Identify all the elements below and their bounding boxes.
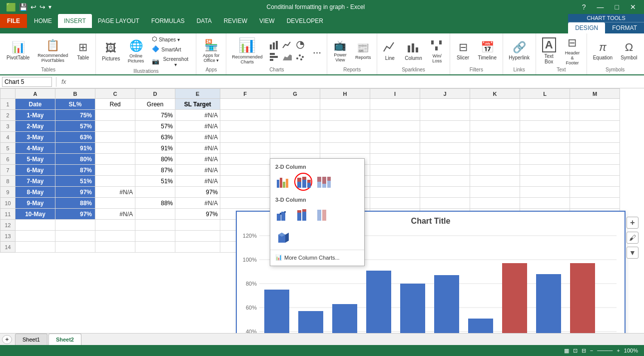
add-sheet-btn[interactable]: +	[2, 335, 12, 344]
col-g[interactable]: G	[270, 89, 320, 99]
cell-g1[interactable]	[270, 99, 320, 110]
cell-a10[interactable]: 9-May	[15, 198, 55, 209]
cell-c3[interactable]	[95, 121, 135, 132]
text-box-button[interactable]: A TextBox	[539, 36, 559, 65]
cell-h3[interactable]	[320, 121, 370, 132]
cell-c1[interactable]: Red	[95, 99, 135, 110]
cell-b14[interactable]	[55, 242, 95, 253]
cell-m10[interactable]	[570, 198, 620, 209]
cell-i3[interactable]	[370, 121, 420, 132]
pictures-button[interactable]: 🖼 Pictures	[99, 41, 123, 62]
column-sparkline-button[interactable]: Column	[402, 39, 425, 62]
file-tab[interactable]: FILE	[0, 14, 27, 28]
header-footer-button[interactable]: ⊟ Header& Footer	[561, 35, 584, 66]
clustered-column-btn[interactable]	[274, 173, 292, 191]
cell-e8[interactable]: #N/A	[175, 176, 220, 187]
3d-column-btn[interactable]	[274, 228, 292, 246]
redo-icon[interactable]: ↪	[39, 3, 45, 11]
cell-m5[interactable]	[570, 143, 620, 154]
cell-d1[interactable]: Green	[135, 99, 175, 110]
cell-e10[interactable]: #N/A	[175, 198, 220, 209]
cell-c7[interactable]	[95, 165, 135, 176]
hyperlink-button[interactable]: 🔗 Hyperlink	[506, 40, 533, 61]
3d-clustered-btn[interactable]	[274, 206, 292, 224]
col-k[interactable]: K	[470, 89, 520, 99]
area-chart-btn[interactable]	[281, 51, 293, 62]
cell-e7[interactable]: #N/A	[175, 165, 220, 176]
cell-m7[interactable]	[570, 165, 620, 176]
cell-b4[interactable]: 63%	[55, 132, 95, 143]
cell-c8[interactable]	[95, 176, 135, 187]
cell-e11[interactable]: 97%	[175, 209, 220, 220]
zoom-out-btn[interactable]: −	[590, 348, 593, 354]
cell-b8[interactable]: 51%	[55, 176, 95, 187]
col-e[interactable]: E	[175, 89, 220, 99]
cell-b5[interactable]: 91%	[55, 143, 95, 154]
power-view-button[interactable]: 📺 PowerView	[330, 38, 350, 63]
line-sparkline-button[interactable]: Line	[380, 39, 400, 62]
scatter-chart-btn[interactable]	[294, 51, 306, 62]
column-chart-btn[interactable]	[268, 39, 280, 50]
cell-d5[interactable]: 91%	[135, 143, 175, 154]
cell-j3[interactable]	[420, 121, 470, 132]
pie-chart-btn[interactable]	[294, 39, 306, 50]
cell-a9[interactable]: 8-May	[15, 187, 55, 198]
tab-data[interactable]: DATA	[190, 14, 217, 28]
cell-b9[interactable]: 97%	[55, 187, 95, 198]
slicer-button[interactable]: ⊟ Slicer	[453, 40, 473, 61]
cell-f1[interactable]	[220, 99, 270, 110]
cell-c6[interactable]	[95, 154, 135, 165]
cell-m2[interactable]	[570, 110, 620, 121]
cell-a13[interactable]	[15, 231, 55, 242]
table-button[interactable]: ⊞ Table	[73, 40, 93, 61]
zoom-slider[interactable]: ────	[597, 348, 613, 354]
cell-c13[interactable]	[95, 231, 135, 242]
cell-a1[interactable]: Date	[15, 99, 55, 110]
cell-k7[interactable]	[470, 165, 520, 176]
timeline-button[interactable]: 📅 Timeline	[475, 40, 500, 61]
close-button[interactable]: ✕	[626, 3, 640, 11]
cell-c10[interactable]	[95, 198, 135, 209]
cell-e5[interactable]: #N/A	[175, 143, 220, 154]
cell-j9[interactable]	[420, 187, 470, 198]
cell-f10[interactable]	[220, 198, 270, 209]
formula-input[interactable]	[69, 77, 644, 86]
cell-a14[interactable]	[15, 242, 55, 253]
cell-e9[interactable]: 97%	[175, 187, 220, 198]
cell-d12[interactable]	[135, 220, 175, 231]
col-l[interactable]: L	[520, 89, 570, 99]
online-pictures-button[interactable]: 🌐 OnlinePictures	[125, 38, 147, 64]
cell-d6[interactable]: 80%	[135, 154, 175, 165]
cell-b2[interactable]: 75%	[55, 110, 95, 121]
cell-a7[interactable]: 6-May	[15, 165, 55, 176]
col-d[interactable]: D	[135, 89, 175, 99]
chart-add-element-btn[interactable]: +	[627, 217, 639, 229]
col-a[interactable]: A	[15, 89, 55, 99]
view-layout-btn[interactable]: ⊡	[573, 348, 578, 354]
cell-l8[interactable]	[520, 176, 570, 187]
cell-m1[interactable]	[570, 99, 620, 110]
cell-i8[interactable]	[370, 176, 420, 187]
cell-g2[interactable]	[270, 110, 320, 121]
cell-e4[interactable]: #N/A	[175, 132, 220, 143]
save-icon[interactable]: 💾	[19, 3, 27, 11]
cell-b7[interactable]: 87%	[55, 165, 95, 176]
cell-k1[interactable]	[470, 99, 520, 110]
stacked-column-btn[interactable]	[294, 173, 312, 191]
cell-d2[interactable]: 75%	[135, 110, 175, 121]
cell-f7[interactable]	[220, 165, 270, 176]
sheet-tab-sheet1[interactable]: Sheet1	[15, 334, 47, 345]
tab-view[interactable]: VIEW	[253, 14, 281, 28]
col-i[interactable]: I	[370, 89, 420, 99]
cell-m8[interactable]	[570, 176, 620, 187]
cell-f5[interactable]	[220, 143, 270, 154]
cell-m3[interactable]	[570, 121, 620, 132]
cell-d7[interactable]: 87%	[135, 165, 175, 176]
equation-button[interactable]: π Equation	[590, 40, 616, 61]
tab-review[interactable]: REVIEW	[218, 14, 253, 28]
cell-a11[interactable]: 10-May	[15, 209, 55, 220]
cell-l7[interactable]	[520, 165, 570, 176]
cell-i7[interactable]	[370, 165, 420, 176]
screenshot-button[interactable]: 📷 Screenshot ▾	[149, 54, 193, 68]
cell-j7[interactable]	[420, 165, 470, 176]
